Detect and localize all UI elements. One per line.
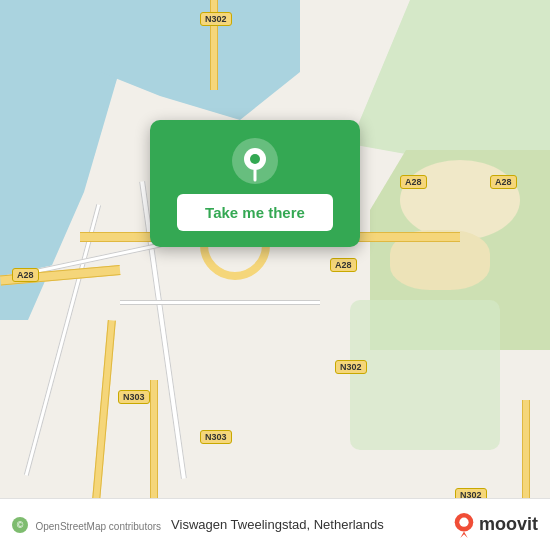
- location-info: Viswagen Tweelingstad, Netherlands: [171, 517, 453, 532]
- attribution-container: © OpenStreetMap contributors: [12, 516, 161, 534]
- road-label-n303-2: N303: [200, 430, 232, 444]
- moovit-brand-text: moovit: [479, 514, 538, 535]
- moovit-pin-icon: [453, 512, 475, 538]
- popup-card: Take me there: [150, 120, 360, 247]
- road-label-a28-far-right: A28: [490, 175, 517, 189]
- svg-point-2: [250, 154, 260, 164]
- road-label-n303-1: N303: [118, 390, 150, 404]
- osm-icon: ©: [12, 517, 28, 533]
- svg-point-4: [459, 517, 468, 526]
- road-main-4: [120, 300, 320, 305]
- green-area-bottom-right: [350, 300, 500, 450]
- road-label-n302-right: N302: [335, 360, 367, 374]
- bottom-bar: © OpenStreetMap contributors Viswagen Tw…: [0, 498, 550, 550]
- road-label-a28-mid: A28: [330, 258, 357, 272]
- moovit-logo: moovit: [453, 512, 538, 538]
- sand-area-1: [400, 160, 520, 240]
- road-label-a28-left: A28: [12, 268, 39, 282]
- attribution-text: OpenStreetMap contributors: [35, 521, 161, 532]
- road-n303-1: [92, 320, 116, 500]
- map-background: N302A28A28A28A28N303N303N302N302: [0, 0, 550, 550]
- road-label-n302-top: N302: [200, 12, 232, 26]
- take-me-there-button[interactable]: Take me there: [177, 194, 333, 231]
- map-container[interactable]: N302A28A28A28A28N303N303N302N302 Take me…: [0, 0, 550, 550]
- road-label-a28-top-right: A28: [400, 175, 427, 189]
- location-pin-icon: [232, 138, 278, 184]
